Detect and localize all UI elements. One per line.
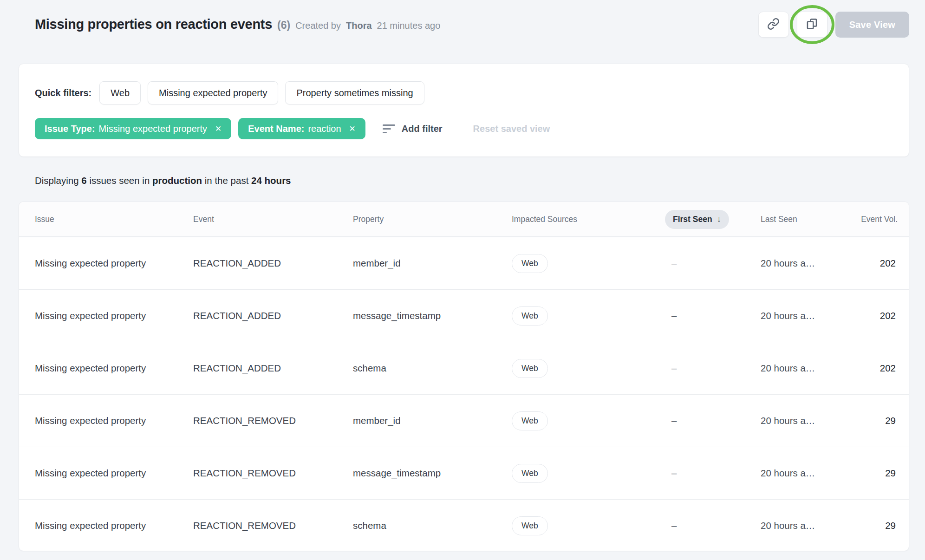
column-header-impacted-sources[interactable]: Impacted Sources: [512, 215, 665, 224]
cell-sources: Web: [512, 359, 665, 378]
summary-count: 6: [81, 175, 86, 186]
filters-panel: Quick filters: Web Missing expected prop…: [19, 64, 909, 157]
summary-environment: production: [152, 175, 202, 186]
source-badge: Web: [512, 464, 548, 483]
filter-lines-icon: [383, 124, 395, 133]
column-header-event[interactable]: Event: [193, 215, 353, 224]
sort-descending-icon: ↓: [717, 214, 722, 224]
close-icon[interactable]: ✕: [349, 124, 356, 134]
source-badge: Web: [512, 306, 548, 326]
cell-last-seen: 20 hours a…: [761, 258, 840, 269]
duplicate-view-button[interactable]: [797, 12, 827, 38]
cell-first-seen: –: [665, 363, 761, 374]
quick-filters-label: Quick filters:: [35, 88, 91, 98]
summary-text: issues seen in: [89, 175, 150, 186]
save-view-button[interactable]: Save View: [835, 12, 909, 38]
cell-property: message_timestamp: [353, 468, 512, 479]
copy-icon: [806, 18, 818, 32]
table-row[interactable]: Missing expected property REACTION_ADDED…: [19, 342, 909, 394]
column-header-property[interactable]: Property: [353, 215, 512, 224]
column-header-event-vol[interactable]: Event Vol.: [840, 215, 909, 224]
column-header-first-seen-label: First Seen: [673, 215, 712, 224]
cell-event-vol: 29: [840, 468, 909, 479]
cell-first-seen: –: [665, 415, 761, 426]
active-filters-row: Issue Type: Missing expected property ✕ …: [35, 118, 553, 139]
cell-sources: Web: [512, 411, 665, 430]
author-name: Thora: [346, 20, 372, 31]
cell-first-seen: –: [665, 310, 761, 321]
cell-event-vol: 202: [840, 363, 909, 374]
summary-text: in the past: [205, 175, 249, 186]
source-badge: Web: [512, 411, 548, 430]
column-header-last-seen[interactable]: Last Seen: [761, 215, 840, 224]
cell-event-vol: 29: [840, 415, 909, 426]
table-row[interactable]: Missing expected property REACTION_REMOV…: [19, 499, 909, 551]
summary-text: Displaying: [35, 175, 79, 186]
quick-filters-row: Quick filters: Web Missing expected prop…: [35, 81, 424, 104]
reset-saved-view-button[interactable]: Reset saved view: [470, 123, 553, 135]
cell-event: REACTION_REMOVED: [193, 468, 353, 479]
cell-event: REACTION_ADDED: [193, 363, 353, 374]
header-actions: Save View: [758, 12, 909, 38]
created-time: 21 minutes ago: [377, 20, 441, 31]
cell-property: member_id: [353, 258, 512, 269]
source-badge: Web: [512, 254, 548, 273]
cell-issue: Missing expected property: [35, 415, 193, 426]
cell-sources: Web: [512, 464, 665, 483]
sort-pill-first-seen[interactable]: First Seen ↓: [665, 210, 729, 229]
cell-first-seen: –: [665, 520, 761, 531]
page-title: Missing properties on reaction events: [35, 17, 272, 32]
copy-link-button[interactable]: [758, 12, 789, 38]
link-icon: [767, 18, 780, 32]
cell-last-seen: 20 hours a…: [761, 363, 840, 374]
add-filter-button[interactable]: Add filter: [380, 123, 445, 135]
close-icon[interactable]: ✕: [215, 124, 221, 134]
quick-filter-web[interactable]: Web: [99, 81, 141, 104]
filter-pill-label: Issue Type:: [45, 124, 95, 134]
cell-issue: Missing expected property: [35, 468, 193, 479]
source-badge: Web: [512, 359, 548, 378]
cell-property: member_id: [353, 415, 512, 426]
cell-issue: Missing expected property: [35, 363, 193, 374]
cell-issue: Missing expected property: [35, 520, 193, 531]
source-badge: Web: [512, 516, 548, 535]
created-by-label: Created by: [295, 20, 341, 31]
table-row[interactable]: Missing expected property REACTION_REMOV…: [19, 447, 909, 499]
cell-property: schema: [353, 363, 512, 374]
cell-issue: Missing expected property: [35, 310, 193, 321]
quick-filter-property-sometimes-missing[interactable]: Property sometimes missing: [285, 81, 424, 104]
summary-time-range: 24 hours: [251, 175, 291, 186]
issues-table: Issue Event Property Impacted Sources Fi…: [19, 202, 909, 551]
cell-last-seen: 20 hours a…: [761, 310, 840, 321]
cell-event-vol: 202: [840, 258, 909, 269]
cell-sources: Web: [512, 306, 665, 326]
table-row[interactable]: Missing expected property REACTION_ADDED…: [19, 237, 909, 289]
cell-property: schema: [353, 520, 512, 531]
cell-event-vol: 202: [840, 310, 909, 321]
table-row[interactable]: Missing expected property REACTION_ADDED…: [19, 289, 909, 342]
cell-last-seen: 20 hours a…: [761, 415, 840, 426]
cell-sources: Web: [512, 254, 665, 273]
column-header-issue[interactable]: Issue: [35, 215, 193, 224]
cell-property: message_timestamp: [353, 310, 512, 321]
table-row[interactable]: Missing expected property REACTION_REMOV…: [19, 394, 909, 447]
filter-pill-label: Event Name:: [248, 124, 304, 134]
cell-event: REACTION_REMOVED: [193, 520, 353, 531]
cell-first-seen: –: [665, 468, 761, 479]
cell-event-vol: 29: [840, 520, 909, 531]
cell-event: REACTION_ADDED: [193, 258, 353, 269]
filter-pill-event-name[interactable]: Event Name: reaction ✕: [238, 118, 365, 139]
results-summary: Displaying 6 issues seen in production i…: [35, 175, 291, 186]
cell-sources: Web: [512, 516, 665, 535]
cell-first-seen: –: [665, 258, 761, 269]
cell-event: REACTION_REMOVED: [193, 415, 353, 426]
filter-pill-value: Missing expected property: [99, 124, 207, 134]
add-filter-label: Add filter: [402, 124, 443, 134]
issue-count-badge: (6): [277, 19, 290, 32]
cell-last-seen: 20 hours a…: [761, 520, 840, 531]
page-header: Missing properties on reaction events (6…: [35, 17, 440, 32]
quick-filter-missing-expected-property[interactable]: Missing expected property: [148, 81, 278, 104]
filter-pill-issue-type[interactable]: Issue Type: Missing expected property ✕: [35, 118, 231, 139]
filter-pill-value: reaction: [308, 124, 341, 134]
cell-event: REACTION_ADDED: [193, 310, 353, 321]
